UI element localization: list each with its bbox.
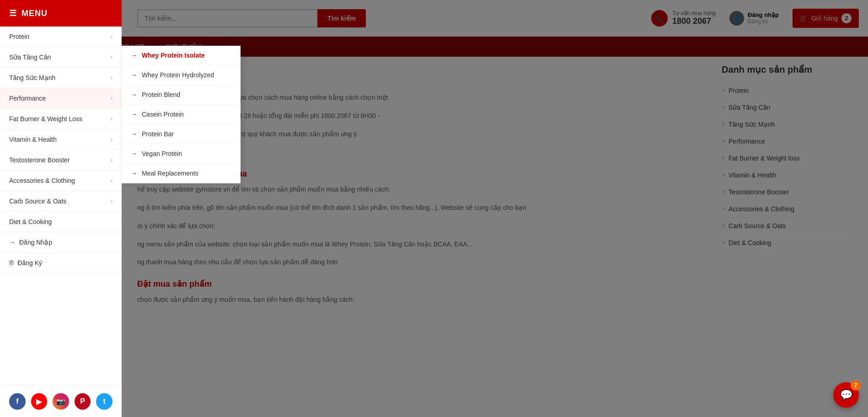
sidebar-item-tang-suc-manh[interactable]: Tăng Sức Mạnh ›	[0, 68, 122, 88]
sidebar-social: f ▶ 📷 P t	[0, 385, 122, 417]
twitter-icon[interactable]: t	[96, 393, 113, 410]
login-icon: →	[9, 239, 16, 246]
sidebar-register-label: Đăng Ký	[17, 259, 42, 267]
submenu-arrow-icon: →	[131, 170, 137, 177]
chat-icon: 💬	[840, 389, 852, 401]
submenu-arrow-icon: →	[131, 91, 137, 98]
submenu-item-whey-isolate[interactable]: → Whey Protein Isolate	[122, 46, 241, 65]
sidebar-item-accessories[interactable]: Accessories & Clothing ›	[0, 171, 122, 191]
submenu-item-protein-blend[interactable]: → Protein Blend	[122, 85, 241, 105]
sidebar-item-sua-tang-can[interactable]: Sữa Tăng Cân ›	[0, 47, 122, 68]
sidebar-header: ☰ MENU	[0, 0, 122, 27]
facebook-icon[interactable]: f	[9, 393, 26, 410]
submenu-arrow-icon: →	[131, 130, 137, 138]
arrow-icon: ›	[111, 177, 113, 184]
submenu-arrow-icon: →	[131, 52, 137, 59]
submenu-item-protein-bar[interactable]: → Protein Bar	[122, 124, 241, 144]
arrow-icon: ›	[111, 116, 113, 122]
sidebar-items: Protein › Sữa Tăng Cân › Tăng Sức Mạnh ›…	[0, 27, 122, 385]
sidebar-item-diet-label: Diet & Cooking	[9, 218, 52, 225]
sidebar-item-tang-label: Tăng Sức Mạnh	[9, 74, 55, 81]
submenu-label-protein-blend: Protein Blend	[142, 91, 180, 98]
sidebar-item-vitamin-label: Vitamin & Health	[9, 136, 57, 143]
sidebar-item-fat-label: Fat Burner & Weight Loss	[9, 115, 82, 123]
sidebar-item-performance[interactable]: Performance ›	[0, 88, 122, 109]
arrow-icon: ›	[111, 95, 113, 102]
menu-hamburger-icon: ☰	[9, 8, 17, 18]
instagram-icon[interactable]: 📷	[53, 393, 69, 410]
submenu-label-meal-replacements: Meal Replacements	[142, 170, 198, 177]
submenu-label-whey-isolate: Whey Protein Isolate	[142, 52, 205, 59]
submenu-label-whey-hydrolyzed: Whey Protein Hydrolyzed	[142, 71, 214, 79]
sidebar-item-acc-label: Accessories & Clothing	[9, 177, 75, 184]
sidebar-item-vitamin[interactable]: Vitamin & Health ›	[0, 129, 122, 150]
pinterest-icon[interactable]: P	[75, 393, 91, 410]
sidebar-item-sua-label: Sữa Tăng Cân	[9, 53, 51, 61]
arrow-icon: ›	[111, 136, 113, 143]
submenu-label-vegan: Vegan Protein	[142, 150, 182, 157]
sidebar-item-performance-label: Performance	[9, 95, 46, 102]
arrow-icon: ›	[111, 33, 113, 40]
sidebar-title: MENU	[21, 9, 48, 18]
sidebar: ☰ MENU Protein › Sữa Tăng Cân › Tăng Sức…	[0, 0, 122, 417]
submenu-label-casein: Casein Protein	[142, 111, 184, 118]
arrow-icon: ›	[111, 75, 113, 81]
submenu-arrow-icon: →	[131, 150, 137, 157]
submenu-item-whey-hydrolyzed[interactable]: → Whey Protein Hydrolyzed	[122, 65, 241, 85]
arrow-icon: ›	[111, 157, 113, 163]
sidebar-item-diet[interactable]: Diet & Cooking	[0, 212, 122, 232]
sidebar-item-fat-burner[interactable]: Fat Burner & Weight Loss ›	[0, 109, 122, 129]
arrow-icon: ›	[111, 198, 113, 204]
register-icon: ®	[9, 259, 14, 267]
submenu-item-casein[interactable]: → Casein Protein	[122, 105, 241, 124]
sidebar-item-carb-label: Carb Source & Oats	[9, 198, 66, 205]
arrow-icon: ›	[111, 54, 113, 60]
chat-badge: 7	[851, 380, 861, 390]
sidebar-login[interactable]: → Đăng Nhập	[0, 232, 122, 253]
chat-button[interactable]: 💬 7	[833, 382, 859, 408]
sidebar-register[interactable]: ® Đăng Ký	[0, 253, 122, 273]
submenu-arrow-icon: →	[131, 71, 137, 79]
sidebar-login-label: Đăng Nhập	[19, 239, 52, 246]
sidebar-item-protein[interactable]: Protein ›	[0, 27, 122, 47]
submenu-arrow-icon: →	[131, 111, 137, 118]
sidebar-item-testosterone[interactable]: Testosterone Booster ›	[0, 150, 122, 171]
submenu-label-protein-bar: Protein Bar	[142, 130, 174, 138]
submenu: → Whey Protein Isolate → Whey Protein Hy…	[122, 46, 241, 183]
sidebar-item-protein-label: Protein	[9, 33, 29, 40]
youtube-icon[interactable]: ▶	[31, 393, 48, 410]
sidebar-item-test-label: Testosterone Booster	[9, 156, 70, 164]
sidebar-item-carb[interactable]: Carb Source & Oats ›	[0, 191, 122, 212]
submenu-item-vegan[interactable]: → Vegan Protein	[122, 144, 241, 164]
submenu-item-meal-replacements[interactable]: → Meal Replacements	[122, 164, 241, 183]
